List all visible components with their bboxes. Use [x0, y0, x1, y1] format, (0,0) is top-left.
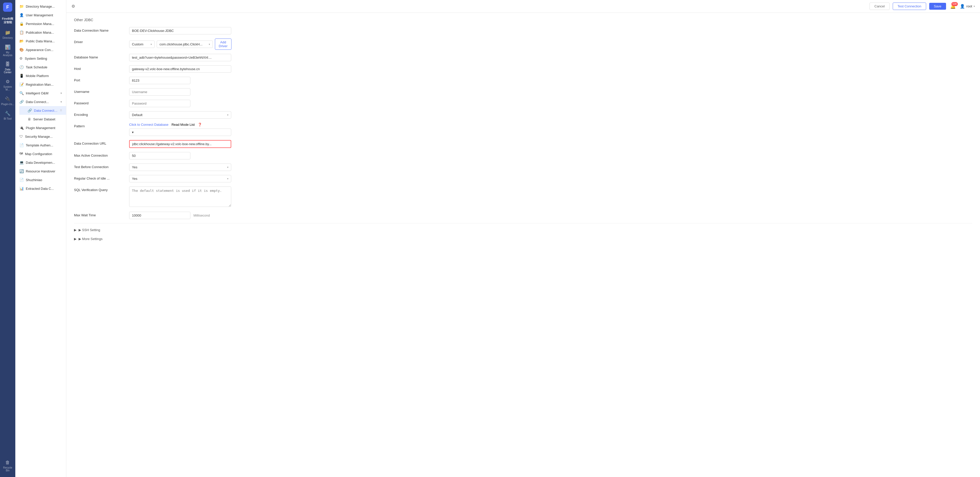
more-settings-arrow: ▶ — [74, 237, 76, 241]
encoding-arrow: ▾ — [227, 113, 228, 116]
public-data-manage-icon: 📂 — [19, 39, 24, 43]
map-configuration-icon: 🗺 — [19, 152, 23, 156]
sidebar-item-data-development[interactable]: 💻 Data Developmen... — [15, 158, 66, 167]
sidebar-label-data-connect: Data Connect... — [26, 100, 59, 104]
input-data-connection-name[interactable] — [129, 27, 231, 35]
sidebar-item-template-authen[interactable]: 📄 Template Authen... — [15, 141, 66, 149]
input-max-active-connection[interactable] — [129, 152, 190, 159]
input-password[interactable] — [129, 100, 190, 107]
input-data-connection-url[interactable] — [129, 140, 231, 148]
nav-item-recycle-bin[interactable]: 🗑 Recycle Bin — [0, 457, 15, 474]
nav-item-directory[interactable]: 📁 Directory — [0, 27, 15, 42]
sidebar-item-appearance-con[interactable]: 🎨 Appearance Con... — [15, 45, 66, 54]
field-data-connection-url: Data Connection URL — [74, 140, 972, 148]
control-driver: Custom ▾ com.clickhouse.jdbc.ClickH... ▾… — [129, 38, 231, 50]
label-data-connection-url: Data Connection URL — [74, 140, 125, 145]
driver-class-select[interactable]: com.clickhouse.jdbc.ClickH... ▾ — [157, 41, 213, 48]
sidebar-label-system-setting: System Setting — [25, 57, 62, 60]
more-settings-section[interactable]: ▶ ▶ More Settings — [74, 234, 972, 243]
intelligent-om-arrow: ▾ — [60, 92, 62, 95]
task-schedule-icon: 🕐 — [19, 65, 24, 69]
sidebar-item-data-connections[interactable]: 🔗 Data Connections... ⠿ — [19, 106, 66, 115]
field-encoding: Encoding Default ▾ — [74, 111, 972, 119]
icon-navigation: F FineBI商业智能 📁 Directory 📊 My Analysis 🗄… — [0, 0, 15, 477]
sidebar-item-directory-manage[interactable]: 📁 Directory Manage... — [15, 2, 66, 11]
sidebar-item-resource-handover[interactable]: 🔄 Resource Handover — [15, 167, 66, 175]
data-connections-icon: 🔗 — [27, 108, 32, 113]
sidebar-item-extracted-data-c[interactable]: 📊 Extracted Data C... — [15, 184, 66, 193]
help-circle-icon[interactable]: ❓ — [198, 123, 202, 127]
control-regular-check-idle: Yes ▾ — [129, 175, 231, 182]
add-driver-button[interactable]: Add Driver — [215, 38, 231, 50]
sidebar-item-task-schedule[interactable]: 🕐 Task Schedule — [15, 63, 66, 72]
sidebar-item-system-setting[interactable]: ⚙ System Setting — [15, 54, 66, 63]
input-username[interactable] — [129, 88, 190, 95]
label-database-name: Database Name — [74, 54, 125, 59]
input-database-name[interactable] — [129, 54, 231, 61]
cancel-button[interactable]: Cancel — [870, 3, 889, 10]
encoding-value: Default — [132, 113, 142, 117]
sidebar-item-public-data-manage[interactable]: 📂 Public Data Mana... — [15, 37, 66, 45]
sidebar-item-user-management[interactable]: 👤 User Management — [15, 11, 66, 19]
nav-label-recycle-bin: Recycle Bin — [1, 466, 14, 472]
sidebar-item-shuzhiniao[interactable]: 📄 Shuzhiniao — [15, 175, 66, 184]
user-avatar-icon: 👤 — [960, 4, 965, 9]
connect-database-link[interactable]: Click to Connect Database — [129, 123, 169, 127]
nav-item-data-center[interactable]: 🗄 Data Center — [0, 59, 15, 76]
input-host[interactable] — [129, 65, 231, 73]
sidebar-item-mobile-platform[interactable]: 📱 Mobile Platform — [15, 72, 66, 80]
test-before-connection-select[interactable]: Yes ▾ — [129, 164, 231, 171]
mobile-platform-icon: 📱 — [19, 74, 24, 78]
nav-bottom: 🗑 Recycle Bin — [0, 457, 15, 474]
field-data-connection-name: Data Connection Name — [74, 27, 972, 35]
test-connection-button[interactable]: Test Connection — [893, 3, 926, 10]
permission-manage-icon: 🔒 — [19, 22, 24, 26]
sidebar-label-shuzhiniao: Shuzhiniao — [26, 178, 62, 182]
control-password — [129, 100, 231, 107]
sidebar-item-server-dataset[interactable]: 🖥 Server Dataset — [19, 115, 66, 124]
sidebar-label-mobile-platform: Mobile Platform — [26, 74, 62, 78]
driver-type-select[interactable]: Custom ▾ — [129, 41, 155, 48]
label-regular-check-idle: Regular Check of Idle ... — [74, 175, 125, 180]
input-max-wait-time[interactable] — [129, 212, 190, 219]
control-sql-verification-query — [129, 186, 231, 208]
resource-handover-icon: 🔄 — [19, 169, 24, 173]
nav-item-bi-tool[interactable]: 🔧 BI Tool — [0, 108, 15, 123]
sidebar-label-directory-manage: Directory Manage... — [26, 5, 62, 8]
sidebar-label-data-connections: Data Connections... — [34, 109, 58, 113]
regular-check-idle-select[interactable]: Yes ▾ — [129, 175, 231, 182]
sidebar-label-security-manage: Security Manage... — [25, 135, 62, 138]
user-menu[interactable]: 👤 root ▾ — [960, 4, 975, 9]
field-max-active-connection: Max Active Connection — [74, 152, 972, 159]
field-test-before-connection: Test Before Connection Yes ▾ — [74, 164, 972, 171]
section-title: Other JDBC — [74, 18, 972, 22]
sidebar-item-publication-manage[interactable]: 📋 Publication Mana... — [15, 28, 66, 37]
form-area: Other JDBC Data Connection Name Driver C… — [66, 13, 980, 477]
sidebar-item-permission-manage[interactable]: 🔒 Permission Mana... — [15, 19, 66, 28]
input-port[interactable] — [129, 77, 190, 84]
ssh-setting-section[interactable]: ▶ ▶ SSH Setting — [74, 226, 972, 234]
sidebar-label-intelligent-om: Intelligent O&M — [26, 91, 59, 95]
sidebar-item-data-connect[interactable]: 🔗 Data Connect... ▾ — [15, 97, 66, 106]
nav-item-my-analysis[interactable]: 📊 My Analysis — [0, 42, 15, 59]
sidebar-item-security-manage[interactable]: 🛡 Security Manage... — [15, 132, 66, 141]
nav-item-system-m[interactable]: ⚙ System M... — [0, 76, 15, 94]
label-data-connection-name: Data Connection Name — [74, 27, 125, 32]
sidebar-item-plugin-management[interactable]: 🔌 Plugin Management — [15, 124, 66, 132]
sidebar-item-registration-man[interactable]: 📝 Registration Man... — [15, 80, 66, 89]
sidebar-item-intelligent-om[interactable]: 🔍 Intelligent O&M ▾ — [15, 89, 66, 97]
label-test-before-connection: Test Before Connection — [74, 164, 125, 169]
sidebar-label-publication-manage: Publication Mana... — [26, 30, 62, 35]
encoding-select[interactable]: Default ▾ — [129, 111, 231, 119]
textarea-sql-verification-query[interactable] — [129, 186, 231, 207]
pattern-expand-select[interactable]: ▾ — [129, 129, 231, 136]
save-button[interactable]: Save — [929, 3, 946, 10]
sidebar-item-map-configuration[interactable]: 🗺 Map Configuration — [15, 149, 66, 158]
nav-item-plugin-us[interactable]: 🔌 Plugin-Us... — [0, 94, 15, 108]
template-authen-icon: 📄 — [19, 143, 24, 147]
bi-tool-icon: 🔧 — [5, 111, 11, 116]
field-driver: Driver Custom ▾ com.clickhouse.jdbc.Clic… — [74, 38, 972, 50]
notification-badge[interactable]: 🔔 538 — [950, 3, 956, 9]
data-connect-arrow: ▾ — [60, 100, 62, 103]
read-mode-list-text: Read Mode List — [172, 123, 195, 127]
